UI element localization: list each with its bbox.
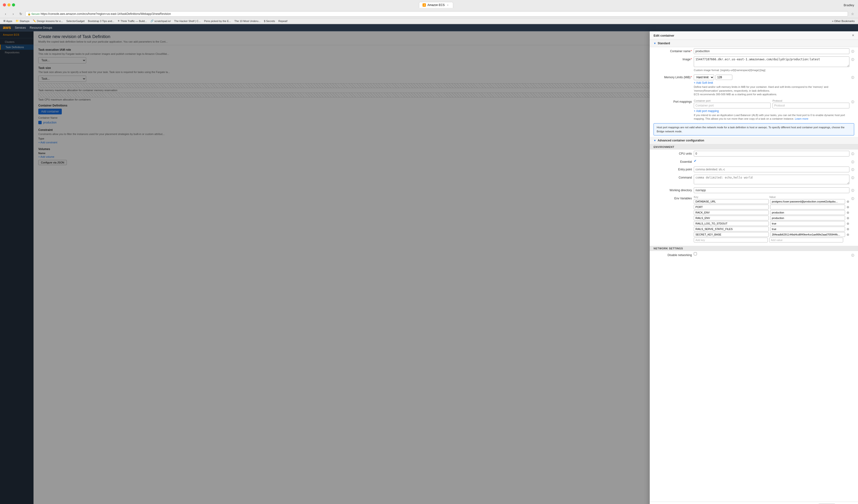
browser-tab[interactable]: A Amazon ECS ×	[419, 2, 453, 8]
container-name-info-icon[interactable]: ⓘ	[851, 50, 854, 54]
bookmark-pens[interactable]: Pens picked by the E...	[203, 19, 232, 23]
env-del-4[interactable]: ⊗	[846, 221, 849, 226]
add-soft-limit-link[interactable]: + Add Soft limit	[694, 81, 713, 84]
port-inputs-row	[694, 103, 849, 109]
working-dir-label: Working directory	[654, 188, 692, 192]
entry-point-input[interactable]	[694, 166, 849, 172]
env-val-2[interactable]	[770, 210, 845, 215]
env-del-0[interactable]: ⊗	[846, 199, 849, 204]
env-val-1[interactable]	[770, 205, 845, 209]
close-button[interactable]	[3, 3, 6, 6]
bookmark-apps[interactable]: ⊞ Apps	[2, 19, 13, 23]
disable-networking-checkbox[interactable]	[694, 252, 697, 255]
env-add-key[interactable]	[694, 238, 768, 242]
disable-networking-info-icon[interactable]: ⓘ	[851, 254, 854, 258]
port-learn-more-link[interactable]: Learn more	[795, 117, 808, 120]
bookmark-think[interactable]: ✳ Think Traffic — Build...	[116, 19, 148, 23]
working-dir-input[interactable]	[694, 188, 849, 193]
env-key-5[interactable]	[694, 227, 769, 231]
image-control: Custom image format: [registry-url]/[nam…	[694, 56, 849, 72]
env-val-4[interactable]	[770, 221, 845, 226]
tab-close-button[interactable]: ×	[446, 3, 449, 7]
forward-button[interactable]: ›	[10, 11, 16, 17]
env-del-1[interactable]: ⊗	[846, 205, 849, 209]
bookmark-selector[interactable]: SelectorGadget	[65, 19, 85, 23]
tab-title: Amazon ECS	[427, 3, 445, 7]
memory-type-select[interactable]: Hard limit	[694, 75, 714, 80]
env-key-2[interactable]	[694, 210, 769, 215]
entry-point-control	[694, 166, 849, 172]
add-port-mapping-link[interactable]: + Add port mapping	[694, 109, 719, 113]
image-textarea[interactable]	[694, 56, 849, 67]
env-val-0[interactable]	[770, 199, 845, 204]
bookmark-scratchpad[interactable]: 🔗 scratchpad.io/	[149, 19, 172, 23]
working-dir-info-icon[interactable]: ⓘ	[851, 189, 854, 193]
warning-box: Host port mappings are not valid when th…	[654, 123, 854, 135]
env-del-6[interactable]: ⊗	[846, 232, 849, 237]
env-row-3: ⊗	[694, 216, 849, 221]
env-key-6[interactable]	[694, 232, 769, 237]
url-text: https://console.aws.amazon.com/ecs/home?…	[41, 12, 846, 16]
image-info-icon[interactable]: ⓘ	[851, 58, 854, 62]
bookmark-bootstrap[interactable]: Bootstrap 3 Tips and...	[87, 19, 115, 23]
memory-info-icon[interactable]: ⓘ	[851, 76, 854, 80]
container-port-input[interactable]	[694, 103, 770, 109]
edit-container-modal: Edit container × ▼ Standard Container na…	[650, 31, 858, 504]
essential-row: Essential ✔ ⓘ	[650, 158, 858, 165]
bookmark-other[interactable]: » Other Bookmarks	[831, 19, 856, 23]
address-bar[interactable]: 🔒 Secure https://console.aws.amazon.com/…	[26, 11, 848, 17]
bookmark-repeat[interactable]: Repeat!	[277, 19, 289, 23]
command-info-icon[interactable]: ⓘ	[851, 176, 854, 180]
env-key-0[interactable]	[694, 199, 769, 204]
protocol-input[interactable]	[773, 103, 849, 109]
maximize-button[interactable]	[12, 3, 15, 6]
env-del-2[interactable]: ⊗	[846, 210, 849, 215]
bookmark-hacker[interactable]: The Hacker Shelf | C...	[173, 19, 202, 23]
env-val-5[interactable]	[770, 227, 845, 231]
bookmark-startups[interactable]: 📁 Startups	[15, 19, 30, 23]
essential-checkbox[interactable]: ✔	[694, 159, 697, 163]
bookmark-secrets[interactable]: $ Secrets	[263, 19, 276, 23]
command-textarea[interactable]	[694, 175, 849, 184]
env-val-6[interactable]	[770, 232, 845, 237]
container-name-input[interactable]	[694, 48, 849, 54]
essential-control: ✔	[694, 159, 849, 163]
container-name-label: Container name	[654, 48, 692, 53]
env-key-3[interactable]	[694, 216, 769, 221]
memory-row: Hard limit	[694, 75, 849, 80]
env-value-header: Value	[769, 196, 843, 198]
memory-value-input[interactable]	[716, 75, 732, 80]
advanced-section-header[interactable]: ▼ Advanced container configuration	[650, 137, 858, 144]
bookmark-10most[interactable]: The 10 Most Underu...	[234, 19, 261, 23]
env-key-1[interactable]	[694, 205, 769, 209]
modal-footer: * Required Cancel Update	[650, 502, 858, 504]
env-add-value[interactable]	[769, 238, 843, 242]
essential-info-icon[interactable]: ⓘ	[851, 160, 854, 164]
env-del-5[interactable]: ⊗	[846, 227, 849, 231]
working-dir-row: Working directory ⓘ	[650, 186, 858, 194]
image-helper: Custom image format: [registry-url]/[nam…	[694, 68, 849, 72]
resource-groups-menu[interactable]: Resource Groups	[30, 26, 52, 29]
env-val-3[interactable]	[770, 216, 845, 221]
env-variables-label: Env Variables	[654, 196, 692, 200]
bookmark-button[interactable]: ☆	[849, 11, 856, 17]
env-variables-info-icon[interactable]: ⓘ	[851, 197, 854, 201]
modal-body: ▼ Standard Container name ⓘ Image Custom…	[650, 40, 858, 502]
back-button[interactable]: ‹	[2, 11, 9, 17]
modal-close-button[interactable]: ×	[852, 33, 854, 37]
port-info-icon[interactable]: ⓘ	[851, 100, 854, 104]
bookmark-design[interactable]: ✏️ Design lessons for e...	[32, 19, 64, 23]
env-del-3[interactable]: ⊗	[846, 216, 849, 221]
services-menu[interactable]: Services	[15, 26, 26, 29]
cpu-units-input[interactable]	[694, 151, 849, 157]
standard-section-header[interactable]: ▼ Standard	[650, 40, 858, 47]
container-port-header: Container port	[694, 99, 770, 103]
entry-point-info-icon[interactable]: ⓘ	[851, 168, 854, 172]
env-row-6: ⊗	[694, 232, 849, 237]
env-col-headers: Key Value	[694, 196, 849, 198]
cpu-info-icon[interactable]: ⓘ	[851, 152, 854, 156]
env-row-4: ⊗	[694, 221, 849, 226]
env-key-4[interactable]	[694, 221, 769, 226]
reload-button[interactable]: ↻	[18, 11, 24, 17]
minimize-button[interactable]	[7, 3, 11, 6]
